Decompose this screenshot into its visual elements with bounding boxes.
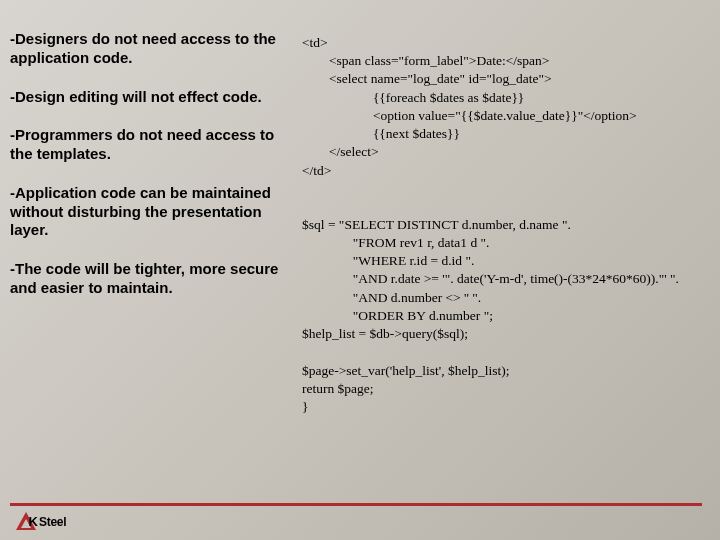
- code-php-snippet: $sql = "SELECT DISTINCT d.number, d.name…: [302, 216, 710, 416]
- code-template-snippet: <td> <span class="form_label">Date:</spa…: [302, 34, 710, 180]
- left-column: -Designers do not need access to the app…: [10, 30, 298, 540]
- bullet-programmers: -Programmers do not need access to the t…: [10, 126, 290, 164]
- bullet-designers: -Designers do not need access to the app…: [10, 30, 290, 68]
- logo-mark-icon: K: [16, 512, 36, 532]
- right-column: <td> <span class="form_label">Date:</spa…: [298, 30, 710, 540]
- logo-text: Steel: [39, 515, 66, 529]
- slide: -Designers do not need access to the app…: [0, 0, 720, 540]
- footer-rule: [10, 503, 702, 506]
- bullet-tighter-code: -The code will be tighter, more secure a…: [10, 260, 290, 298]
- bullet-design-editing: -Design editing will not effect code.: [10, 88, 290, 107]
- logo: K Steel: [16, 512, 66, 532]
- bullet-application-code: -Application code can be maintained with…: [10, 184, 290, 240]
